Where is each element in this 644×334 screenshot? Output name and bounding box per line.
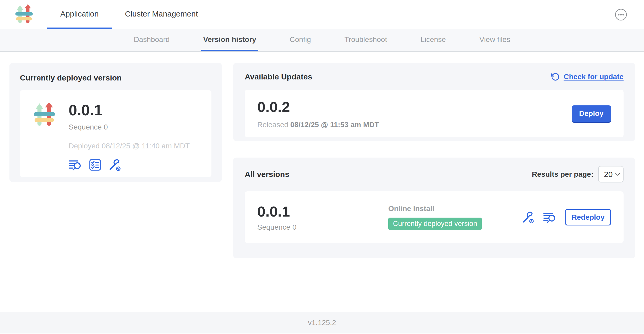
check-for-update-link[interactable]: Check for update — [551, 72, 624, 81]
row-sequence: Sequence 0 — [257, 223, 388, 231]
admin-console: Application Cluster Management Dashboard… — [0, 0, 644, 334]
currently-deployed-badge: Currently deployed version — [388, 218, 482, 230]
app-subnav: Dashboard Version history Config Trouble… — [0, 29, 644, 52]
currently-deployed-card: Currently deployed version — [9, 63, 222, 182]
edit-config-icon[interactable] — [108, 159, 121, 171]
console-version-label: v1.125.2 — [308, 319, 336, 327]
app-logo-icon — [33, 102, 57, 128]
release-notes-icon[interactable] — [543, 212, 556, 223]
deployed-actions — [69, 159, 190, 171]
row-actions: Redeploy — [522, 209, 611, 225]
update-row: 0.0.2 Released 08/12/25 @ 11:53 am MDT D… — [245, 90, 624, 137]
preflight-checks-icon[interactable] — [89, 159, 101, 171]
tab-application[interactable]: Application — [47, 0, 112, 29]
available-updates-card: Available Updates Check for update 0.0.2 — [233, 63, 635, 141]
top-nav-bar: Application Cluster Management — [0, 0, 644, 29]
released-prefix: Released — [257, 121, 288, 129]
deploy-button[interactable]: Deploy — [572, 105, 611, 122]
available-updates-title: Available Updates — [245, 72, 312, 81]
version-row: 0.0.1 Sequence 0 Online Install Currentl… — [245, 191, 624, 243]
tab-cluster-management[interactable]: Cluster Management — [112, 0, 211, 29]
tab-cluster-management-label: Cluster Management — [125, 9, 198, 18]
subtab-config-label: Config — [290, 35, 311, 44]
subtab-troubleshoot[interactable]: Troubleshoot — [342, 29, 389, 51]
subtab-view-files[interactable]: View files — [477, 29, 512, 51]
version-history-page: Currently deployed version — [0, 52, 644, 312]
update-released-timestamp: Released 08/12/25 @ 11:53 am MDT — [257, 121, 379, 129]
subtab-license[interactable]: License — [418, 29, 448, 51]
row-version-number: 0.0.1 — [257, 203, 388, 220]
deployed-version-number: 0.0.1 — [69, 101, 190, 119]
results-per-page-label: Results per page: — [532, 170, 593, 179]
check-for-update-label: Check for update — [564, 73, 624, 81]
deployed-version-panel: 0.0.1 Sequence 0 Deployed 08/12/25 @ 11:… — [20, 90, 211, 177]
top-tabs: Application Cluster Management — [47, 0, 211, 29]
deployed-sequence: Sequence 0 — [69, 123, 190, 131]
all-versions-title: All versions — [245, 170, 289, 179]
results-per-page-select[interactable]: 20 — [598, 166, 624, 182]
install-type-label: Online Install — [388, 204, 522, 213]
subtab-dashboard-label: Dashboard — [134, 35, 170, 44]
refresh-icon — [551, 72, 560, 81]
deployed-timestamp: Deployed 08/12/25 @ 11:40 am MDT — [69, 142, 190, 150]
subtab-version-history-label: Version history — [203, 35, 256, 44]
released-date: 08/12/25 @ 11:53 am MDT — [290, 121, 379, 129]
tab-application-label: Application — [60, 9, 99, 18]
subtab-config[interactable]: Config — [288, 29, 313, 51]
footer: v1.125.2 — [0, 312, 644, 333]
edit-config-icon[interactable] — [522, 211, 534, 224]
subtab-dashboard[interactable]: Dashboard — [132, 29, 172, 51]
subtab-troubleshoot-label: Troubleshoot — [345, 35, 387, 44]
update-version-number: 0.0.2 — [257, 98, 379, 115]
currently-deployed-title: Currently deployed version — [20, 73, 211, 82]
all-versions-card: All versions Results per page: 20 — [233, 158, 635, 258]
redeploy-button[interactable]: Redeploy — [565, 209, 611, 225]
ellipsis-icon — [615, 8, 627, 21]
subtab-license-label: License — [421, 35, 446, 44]
release-notes-icon[interactable] — [69, 159, 82, 171]
subtab-view-files-label: View files — [479, 35, 510, 44]
results-per-page: Results per page: 20 — [532, 166, 624, 182]
subtab-version-history[interactable]: Version history — [201, 29, 258, 51]
more-options-button[interactable] — [615, 8, 627, 21]
app-logo-icon — [15, 0, 34, 29]
